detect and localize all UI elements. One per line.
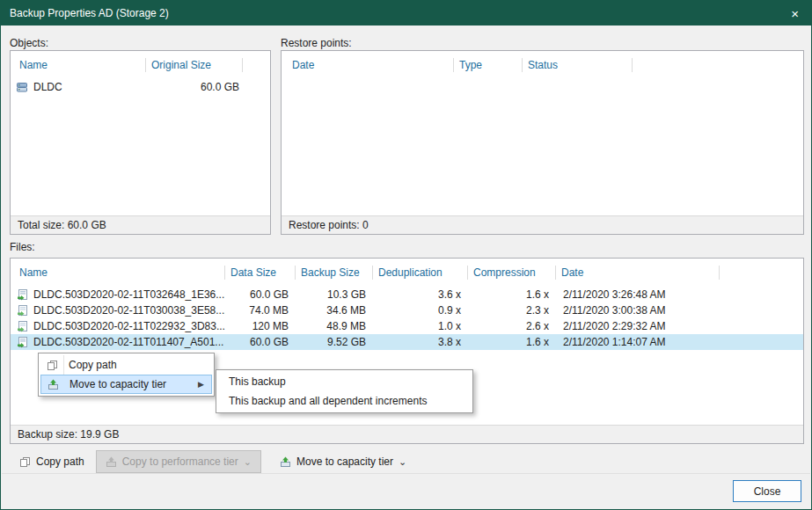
vm-icon — [11, 81, 33, 93]
backup-file-icon — [11, 337, 33, 348]
file-compression: 1.6 x — [468, 336, 556, 348]
files-col-data-size[interactable]: Data Size — [225, 266, 296, 280]
copy-to-performance-icon — [106, 456, 117, 468]
menu-item-copy-path[interactable]: Copy path — [40, 355, 212, 375]
move-to-capacity-icon — [41, 379, 64, 390]
object-name: DLDC — [33, 81, 146, 93]
file-backup-size: 10.3 GB — [296, 288, 373, 301]
objects-col-original-size[interactable]: Original Size — [146, 58, 243, 72]
backup-increment-icon — [11, 321, 33, 332]
file-row[interactable]: DLDC.503D2020-02-11T030038_3E58.... 74.0… — [11, 302, 803, 318]
file-data-size: 60.0 GB — [225, 336, 296, 348]
file-deduplication: 1.0 x — [373, 320, 468, 332]
file-compression: 1.6 x — [468, 288, 556, 301]
submenu-arrow-icon: ▶ — [198, 380, 206, 389]
restore-col-date[interactable]: Date — [282, 58, 454, 72]
menu-item-move-to-capacity-tier[interactable]: Move to capacity tier ▶ — [40, 375, 212, 394]
file-name: DLDC.503D2020-02-11T030038_3E58.... — [33, 304, 225, 317]
objects-row[interactable]: DLDC 60.0 GB — [11, 79, 270, 95]
files-table-header: Name Data Size Backup Size Deduplication… — [11, 259, 803, 287]
move-to-capacity-tier-button[interactable]: Move to capacity tier ⌄ — [272, 451, 414, 472]
submenu-item-this-backup-and-increments[interactable]: This backup and all dependent increments — [216, 391, 472, 411]
copy-icon — [19, 456, 31, 468]
restore-points-count: Restore points: 0 — [282, 215, 803, 234]
file-date: 2/11/2020 3:00:38 AM — [556, 304, 720, 317]
file-row-selected[interactable]: DLDC.503D2020-02-11T011407_A501... 60.0 … — [11, 334, 803, 350]
bottom-toolbar: Copy path Copy to performance tier ⌄ Mov… — [11, 448, 414, 475]
file-deduplication: 3.8 x — [373, 336, 468, 348]
file-backup-size: 48.9 MB — [296, 320, 373, 332]
file-row[interactable]: DLDC.503D2020-02-11T032648_1E36... 60.0 … — [11, 287, 803, 302]
files-col-date[interactable]: Date — [556, 266, 720, 280]
submenu-item-label: This backup — [229, 375, 286, 388]
backup-properties-dialog: Backup Properties AD (Storage 2) × Objec… — [0, 0, 812, 510]
file-backup-size: 34.6 MB — [296, 304, 373, 317]
restore-points-panel: Date Type Status Restore points: 0 — [281, 50, 804, 235]
capacity-tier-submenu: This backup This backup and all dependen… — [216, 369, 473, 413]
backup-increment-icon — [11, 305, 33, 317]
file-data-size: 74.0 MB — [225, 304, 296, 317]
restore-points-label: Restore points: — [281, 37, 352, 49]
chevron-down-icon: ⌄ — [244, 457, 252, 466]
file-backup-size: 9.52 GB — [296, 336, 373, 348]
menu-item-label: Copy path — [63, 359, 207, 371]
file-compression: 2.3 x — [468, 304, 556, 317]
file-date: 2/11/2020 3:26:48 AM — [556, 288, 720, 301]
close-icon[interactable]: × — [789, 7, 801, 20]
file-date: 2/11/2020 2:29:32 AM — [556, 320, 720, 332]
files-panel: Name Data Size Backup Size Deduplication… — [10, 258, 804, 444]
files-col-backup-size[interactable]: Backup Size — [296, 266, 373, 280]
file-data-size: 120 MB — [225, 320, 296, 332]
dialog-footer: Close — [2, 473, 810, 508]
window-title: Backup Properties AD (Storage 2) — [10, 7, 169, 19]
menu-item-label: Move to capacity tier — [64, 378, 198, 390]
file-data-size: 60.0 GB — [225, 288, 296, 301]
file-deduplication: 3.6 x — [373, 288, 468, 301]
files-label: Files: — [10, 241, 35, 253]
restore-points-table-body — [282, 79, 803, 215]
context-menu: Copy path Move to capacity tier ▶ — [38, 353, 215, 397]
objects-table-header: Name Original Size — [11, 51, 270, 79]
chevron-down-icon: ⌄ — [399, 457, 406, 466]
submenu-item-this-backup[interactable]: This backup — [216, 372, 472, 391]
file-row[interactable]: DLDC.503D2020-02-11T022932_3D83... 120 M… — [11, 318, 803, 334]
restore-col-type[interactable]: Type — [454, 58, 523, 72]
objects-col-name[interactable]: Name — [11, 58, 146, 72]
copy-path-button[interactable]: Copy path — [11, 451, 92, 472]
objects-table-body: DLDC 60.0 GB — [11, 79, 270, 215]
submenu-item-label: This backup and all dependent increments — [229, 395, 427, 407]
objects-total-size: Total size: 60.0 GB — [11, 215, 270, 234]
objects-panel: Name Original Size DLDC 60.0 GB Total — [10, 50, 271, 235]
copy-to-performance-tier-button[interactable]: Copy to performance tier ⌄ — [96, 450, 261, 473]
objects-label: Objects: — [10, 37, 48, 49]
restore-points-table-header: Date Type Status — [282, 51, 803, 79]
move-to-capacity-tier-label: Move to capacity tier — [296, 455, 393, 468]
copy-path-button-label: Copy path — [36, 455, 84, 468]
copy-icon — [40, 360, 63, 371]
close-button[interactable]: Close — [733, 480, 801, 502]
file-deduplication: 0.9 x — [373, 304, 468, 317]
files-backup-size: Backup size: 19.9 GB — [11, 425, 803, 443]
object-original-size: 60.0 GB — [146, 81, 243, 93]
file-date: 2/11/2020 1:14:07 AM — [556, 336, 720, 348]
copy-to-performance-tier-label: Copy to performance tier — [122, 455, 238, 468]
file-name: DLDC.503D2020-02-11T032648_1E36... — [33, 288, 225, 301]
restore-col-status[interactable]: Status — [523, 58, 633, 72]
backup-file-icon — [11, 289, 33, 301]
files-col-name[interactable]: Name — [11, 266, 225, 280]
files-col-deduplication[interactable]: Deduplication — [373, 266, 468, 280]
file-compression: 2.6 x — [468, 320, 556, 332]
files-col-compression[interactable]: Compression — [468, 266, 556, 280]
file-name: DLDC.503D2020-02-11T022932_3D83... — [33, 320, 225, 332]
file-name: DLDC.503D2020-02-11T011407_A501... — [33, 336, 225, 348]
move-to-capacity-icon — [280, 456, 291, 468]
titlebar: Backup Properties AD (Storage 2) × — [1, 1, 811, 26]
